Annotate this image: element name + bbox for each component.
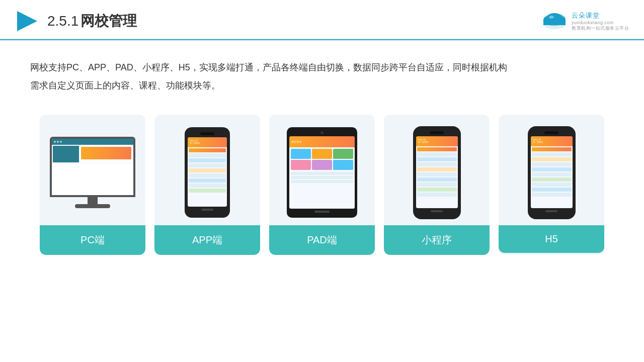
card-app: 职达人的第一堂网课 APP端 bbox=[154, 115, 260, 255]
header: 2.5.1网校管理 云朵课堂 yunduoketang.com 教育机构一站式服… bbox=[0, 0, 644, 40]
play-icon bbox=[15, 9, 39, 33]
logo-area: 云朵课堂 yunduoketang.com 教育机构一站式服务云平台 bbox=[539, 10, 629, 32]
card-pad-label: PAD端 bbox=[269, 225, 375, 255]
card-h5: 职达人的第一堂网课 bbox=[499, 115, 604, 255]
svg-marker-0 bbox=[17, 11, 37, 31]
page-title: 2.5.1网校管理 bbox=[47, 12, 137, 31]
card-miniprogram: 职达人的第一堂网课 bbox=[384, 115, 490, 255]
app-phone-icon: 职达人的第一堂网课 bbox=[185, 127, 230, 218]
header-left: 2.5.1网校管理 bbox=[15, 9, 137, 33]
miniprogram-phone-icon: 职达人的第一堂网课 bbox=[413, 126, 461, 219]
h5-phone-icon: 职达人的第一堂网课 bbox=[528, 126, 576, 219]
card-miniprogram-label: 小程序 bbox=[384, 225, 490, 255]
card-pc-image bbox=[40, 115, 145, 225]
cards-container: PC端 职达人的第一堂网课 bbox=[0, 105, 644, 270]
pc-monitor-icon bbox=[47, 137, 138, 208]
svg-rect-9 bbox=[543, 20, 566, 22]
description-line2: 需求自定义页面上的内容、课程、功能模块等。 bbox=[30, 76, 614, 95]
svg-point-10 bbox=[549, 16, 554, 19]
card-h5-image: 职达人的第一堂网课 bbox=[499, 115, 604, 225]
pad-icon: 课程管理 bbox=[287, 127, 357, 218]
card-app-label: APP端 bbox=[154, 225, 260, 255]
card-miniprogram-image: 职达人的第一堂网课 bbox=[384, 115, 490, 225]
description-line1: 网校支持PC、APP、PAD、小程序、H5，实现多端打通，产品各终端自由切换，数… bbox=[30, 58, 614, 76]
logo-text: 云朵课堂 yunduoketang.com 教育机构一站式服务云平台 bbox=[572, 11, 629, 32]
card-h5-label: H5 bbox=[499, 225, 604, 253]
card-pc: PC端 bbox=[40, 115, 145, 255]
description: 网校支持PC、APP、PAD、小程序、H5，实现多端打通，产品各终端自由切换，数… bbox=[0, 40, 644, 105]
card-app-image: 职达人的第一堂网课 bbox=[154, 115, 260, 225]
cloud-logo-icon bbox=[539, 10, 570, 32]
card-pad: 课程管理 bbox=[269, 115, 375, 255]
card-pad-image: 课程管理 bbox=[269, 115, 375, 225]
card-pc-label: PC端 bbox=[40, 225, 145, 255]
